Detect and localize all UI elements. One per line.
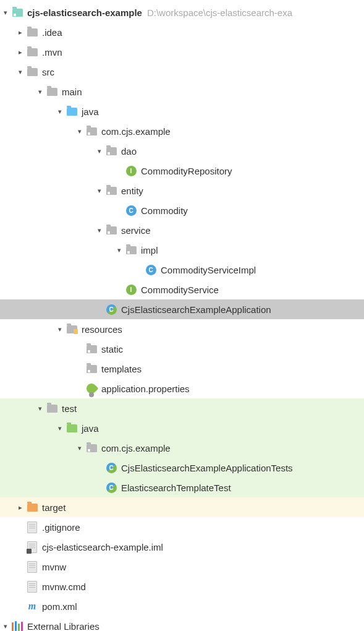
tree-row[interactable]: ▸ I CommodityService [0, 280, 364, 299]
tree-row[interactable]: ▾ dao [0, 141, 364, 161]
item-label: External Libraries [27, 621, 99, 632]
tree-row[interactable]: ▸ C CommodityServiceImpl [0, 260, 364, 280]
tree-row[interactable]: ▸ templates [0, 359, 364, 379]
chevron-down-icon[interactable]: ▾ [35, 405, 46, 413]
file-icon [26, 560, 38, 573]
package-icon [85, 442, 98, 454]
tree-row[interactable]: ▾ resources [0, 319, 364, 339]
class-icon: C [125, 204, 137, 217]
source-folder-icon [66, 105, 78, 118]
item-label: application.properties [101, 384, 190, 394]
chevron-down-icon[interactable]: ▾ [15, 68, 26, 76]
module-folder-icon [11, 6, 23, 19]
chevron-right-icon[interactable]: ▸ [15, 504, 26, 512]
spring-class-icon: C [105, 303, 117, 316]
chevron-right-icon[interactable]: ▸ [15, 28, 26, 36]
resources-folder-icon [66, 323, 78, 335]
folder-icon [26, 46, 38, 58]
tree-row[interactable]: ▾ java [0, 418, 364, 438]
item-label: main [62, 87, 82, 97]
item-label: com.cjs.example [101, 443, 171, 453]
tree-row[interactable]: ▸ mvnw.cmd [0, 577, 364, 596]
chevron-down-icon[interactable]: ▾ [94, 226, 105, 234]
tree-row[interactable]: ▾ main [0, 82, 364, 101]
tree-row-selected[interactable]: ▸ C CjsElasticsearchExampleApplication [0, 299, 364, 319]
tree-row-external-libraries[interactable]: ▾ External Libraries [0, 616, 364, 631]
package-icon [125, 244, 137, 256]
folder-icon [46, 402, 58, 414]
tree-row[interactable]: ▾ com.cjs.example [0, 121, 364, 141]
chevron-down-icon[interactable]: ▾ [54, 325, 66, 333]
chevron-down-icon[interactable]: ▾ [54, 108, 66, 116]
item-label: dao [121, 146, 137, 157]
tree-row[interactable]: ▾ entity [0, 181, 364, 200]
tree-row-root[interactable]: ▾ cjs-elasticsearch-example D:\workspace… [0, 2, 364, 22]
tree-row[interactable]: ▸ C Commodity [0, 200, 364, 220]
tree-row[interactable]: ▾ impl [0, 240, 364, 260]
item-label: mvnw [42, 562, 66, 572]
folder-icon [46, 85, 58, 98]
interface-icon: I [125, 283, 137, 296]
item-label: CommodityRepository [141, 166, 232, 176]
spring-config-icon [85, 382, 98, 395]
item-label: resources [82, 324, 122, 335]
package-icon [85, 363, 98, 375]
root-path: D:\workspace\cjs-elasticsearch-exa [147, 7, 292, 18]
item-label: com.cjs.example [101, 126, 171, 137]
chevron-down-icon[interactable]: ▾ [114, 246, 125, 254]
project-tree[interactable]: ▾ cjs-elasticsearch-example D:\workspace… [0, 0, 364, 631]
tree-row[interactable]: ▸ C CjsElasticsearchExampleApplicationTe… [0, 458, 364, 478]
excluded-folder-icon [26, 501, 38, 513]
item-label: test [62, 403, 77, 414]
tree-row[interactable]: ▾ test [0, 398, 364, 418]
folder-icon [26, 26, 38, 38]
spring-class-icon: C [105, 481, 117, 494]
iml-file-icon [26, 541, 38, 553]
tree-row[interactable]: ▸ .gitignore [0, 517, 364, 537]
chevron-down-icon[interactable]: ▾ [35, 88, 46, 96]
item-label: CjsElasticsearchExampleApplication [121, 304, 271, 315]
chevron-down-icon[interactable]: ▾ [94, 147, 105, 155]
item-label: java [82, 106, 99, 117]
item-label: .idea [42, 27, 62, 38]
chevron-down-icon[interactable]: ▾ [0, 622, 11, 630]
item-label: CommodityServiceImpl [161, 265, 256, 275]
chevron-down-icon[interactable]: ▾ [74, 444, 85, 452]
item-label: src [42, 67, 54, 77]
item-label: service [121, 225, 151, 236]
item-label: target [42, 502, 66, 513]
item-label: ElasticsearchTemplateTest [121, 483, 231, 493]
libraries-icon [11, 620, 23, 631]
spring-class-icon: C [105, 461, 117, 474]
item-label: impl [141, 245, 158, 255]
item-label: .gitignore [42, 522, 80, 533]
interface-icon: I [125, 165, 137, 177]
chevron-down-icon[interactable]: ▾ [74, 127, 85, 135]
tree-row[interactable]: ▸ cjs-elasticsearch-example.iml [0, 537, 364, 557]
item-label: templates [101, 364, 142, 374]
chevron-down-icon[interactable]: ▾ [0, 9, 11, 17]
tree-row[interactable]: ▸ mvnw [0, 557, 364, 577]
tree-row[interactable]: ▸ C ElasticsearchTemplateTest [0, 478, 364, 497]
tree-row[interactable]: ▾ service [0, 220, 364, 240]
tree-row[interactable]: ▾ src [0, 62, 364, 82]
class-icon: C [145, 264, 157, 276]
tree-row[interactable]: ▸ static [0, 339, 364, 359]
tree-row[interactable]: ▸ target [0, 497, 364, 517]
item-label: entity [121, 186, 143, 196]
tree-row[interactable]: ▸ I CommodityRepository [0, 161, 364, 181]
chevron-down-icon[interactable]: ▾ [94, 187, 105, 195]
tree-row[interactable]: ▸ .idea [0, 22, 364, 42]
tree-row[interactable]: ▾ java [0, 101, 364, 121]
item-label: pom.xml [42, 601, 77, 612]
chevron-right-icon[interactable]: ▸ [15, 48, 26, 56]
tree-row[interactable]: ▸ m pom.xml [0, 596, 364, 616]
tree-row[interactable]: ▸ .mvn [0, 42, 364, 62]
package-icon [105, 224, 117, 236]
item-label: .mvn [42, 47, 62, 58]
tree-row[interactable]: ▸ application.properties [0, 379, 364, 398]
chevron-down-icon[interactable]: ▾ [54, 424, 66, 432]
test-source-folder-icon [66, 422, 78, 434]
root-label: cjs-elasticsearch-example [27, 7, 142, 18]
tree-row[interactable]: ▾ com.cjs.example [0, 438, 364, 458]
